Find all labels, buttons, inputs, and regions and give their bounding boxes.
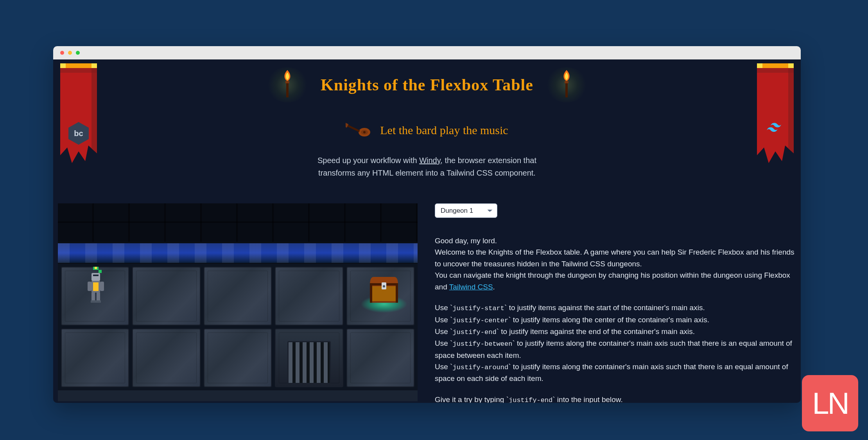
right-banner	[754, 63, 797, 169]
instructions-panel: Dungeon 1 Good day, my lord. Welcome to …	[435, 203, 796, 403]
instruction-list: Use `justify-start` to justify items aga…	[435, 302, 796, 384]
nav-line: You can navigate the knight through the …	[435, 269, 796, 293]
torch-icon	[266, 67, 309, 102]
floor-tile	[204, 267, 272, 325]
chest-sprite	[368, 275, 400, 304]
level-select[interactable]: Dungeon 1	[435, 203, 497, 218]
beyondcode-icon[interactable]: bc	[68, 122, 89, 145]
knight-sprite	[82, 266, 109, 303]
instruction: Use `justify-around` to justify items al…	[435, 361, 796, 384]
bard-label: Let the bard play the music	[380, 124, 508, 137]
torch-icon	[545, 67, 588, 102]
svg-point-32	[383, 285, 385, 287]
instruction: Use `justify-start` to justify items aga…	[435, 302, 796, 314]
left-banner: bc	[57, 63, 100, 169]
svg-rect-8	[565, 81, 569, 83]
svg-rect-20	[100, 282, 104, 291]
floor-tile	[132, 329, 200, 387]
svg-rect-19	[88, 282, 91, 291]
page-title: Knights of the Flexbox Table	[321, 75, 533, 94]
svg-rect-30	[396, 285, 398, 303]
greeting: Good day, my lord.	[435, 235, 796, 246]
dungeon-wall	[58, 203, 418, 243]
floor-tile	[132, 267, 200, 325]
svg-rect-24	[96, 300, 101, 303]
minimize-icon[interactable]	[68, 51, 72, 55]
svg-point-12	[363, 131, 366, 133]
try-it-text: Give it a try by typing `justify-end` in…	[435, 394, 796, 403]
floor-tile	[61, 329, 129, 387]
intro-text: Good day, my lord. Welcome to the Knight…	[435, 235, 796, 293]
ln-badge-icon: LN	[802, 375, 858, 431]
window-chrome	[53, 46, 801, 59]
welcome: Welcome to the Knights of the Flexbox ta…	[435, 246, 796, 269]
promo-text: Speed up your workflow with Windy, the b…	[317, 154, 536, 179]
svg-rect-1	[60, 63, 66, 68]
header: Knights of the Flexbox Table	[53, 59, 801, 179]
svg-rect-16	[93, 275, 99, 276]
close-icon[interactable]	[60, 51, 64, 55]
svg-rect-5	[788, 63, 794, 68]
svg-rect-13	[346, 124, 360, 132]
floor-tile	[204, 329, 272, 387]
svg-rect-18	[93, 282, 99, 291]
instruction: Use `justify-end` to justify items again…	[435, 326, 796, 338]
browser-window: bc	[53, 46, 801, 403]
game-page: bc	[53, 59, 801, 403]
instruction: Use `justify-center` to justify items al…	[435, 314, 796, 326]
svg-rect-6	[285, 81, 289, 83]
bard-toggle[interactable]: Let the bard play the music	[53, 122, 801, 138]
svg-rect-2	[91, 63, 97, 68]
svg-rect-22	[97, 293, 100, 301]
svg-rect-4	[757, 63, 762, 68]
maximize-icon[interactable]	[76, 51, 80, 55]
dungeon-floor	[58, 264, 418, 390]
svg-rect-3	[757, 63, 794, 68]
svg-rect-15	[91, 273, 100, 281]
windy-link[interactable]: Windy	[419, 156, 440, 165]
svg-rect-21	[91, 293, 95, 301]
floor-tile	[346, 329, 414, 387]
tailwind-icon[interactable]	[767, 122, 784, 133]
svg-rect-7	[286, 83, 289, 97]
floor-grate	[275, 329, 343, 387]
svg-rect-9	[565, 83, 568, 97]
floor-tile	[275, 267, 343, 325]
instruction: Use `justify-between` to justify items a…	[435, 338, 796, 361]
tailwind-link[interactable]: Tailwind CSS	[449, 283, 493, 291]
svg-rect-0	[60, 63, 97, 68]
game-board	[58, 203, 418, 401]
lute-icon	[346, 122, 371, 138]
svg-rect-23	[91, 300, 96, 303]
svg-rect-29	[370, 285, 372, 303]
dungeon-water	[58, 243, 418, 264]
